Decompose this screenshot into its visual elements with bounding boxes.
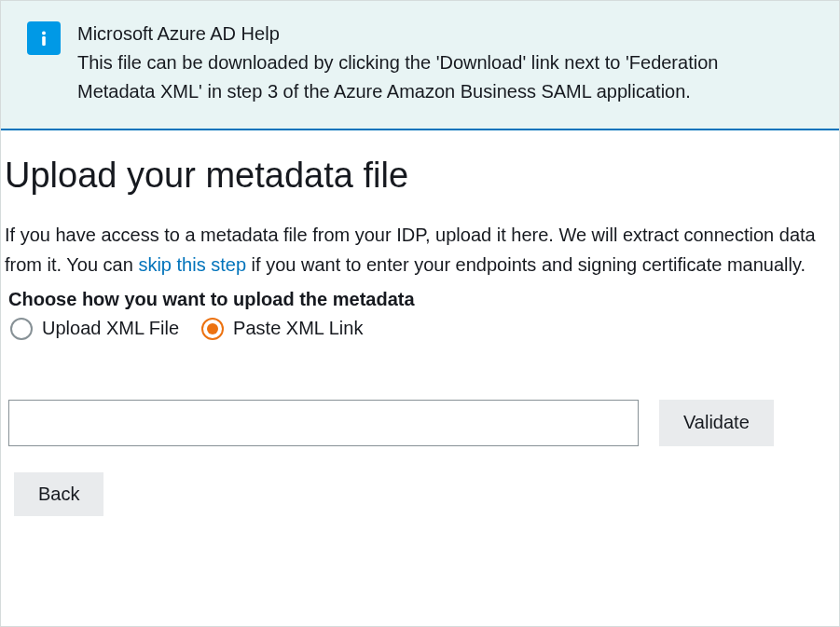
info-text: Microsoft Azure AD Help This file can be… bbox=[77, 20, 786, 106]
page-title: Upload your metadata file bbox=[5, 155, 835, 198]
svg-point-0 bbox=[42, 32, 46, 35]
info-banner: Microsoft Azure AD Help This file can be… bbox=[1, 1, 839, 130]
radio-group: Upload XML File Paste XML Link bbox=[5, 318, 835, 340]
info-title: Microsoft Azure AD Help bbox=[77, 20, 786, 48]
validate-button[interactable]: Validate bbox=[659, 400, 774, 446]
xml-link-input[interactable] bbox=[8, 400, 639, 446]
radio-upload-xml[interactable]: Upload XML File bbox=[10, 318, 179, 340]
radio-label: Upload XML File bbox=[42, 318, 179, 339]
radio-icon bbox=[201, 318, 224, 340]
info-icon bbox=[27, 21, 61, 55]
info-body: This file can be downloaded by clicking … bbox=[77, 48, 786, 106]
skip-link[interactable]: skip this step bbox=[138, 254, 246, 275]
back-button[interactable]: Back bbox=[14, 472, 103, 516]
intro-after: if you want to enter your endpoints and … bbox=[246, 254, 806, 275]
radio-paste-xml[interactable]: Paste XML Link bbox=[201, 318, 363, 340]
intro-text: If you have access to a metadata file fr… bbox=[5, 220, 835, 279]
radio-icon bbox=[10, 318, 33, 340]
input-row: Validate bbox=[5, 400, 835, 446]
svg-rect-1 bbox=[42, 36, 46, 46]
choose-label: Choose how you want to upload the metada… bbox=[5, 289, 835, 310]
radio-label: Paste XML Link bbox=[233, 318, 363, 339]
main-content: Upload your metadata file If you have ac… bbox=[1, 130, 839, 524]
